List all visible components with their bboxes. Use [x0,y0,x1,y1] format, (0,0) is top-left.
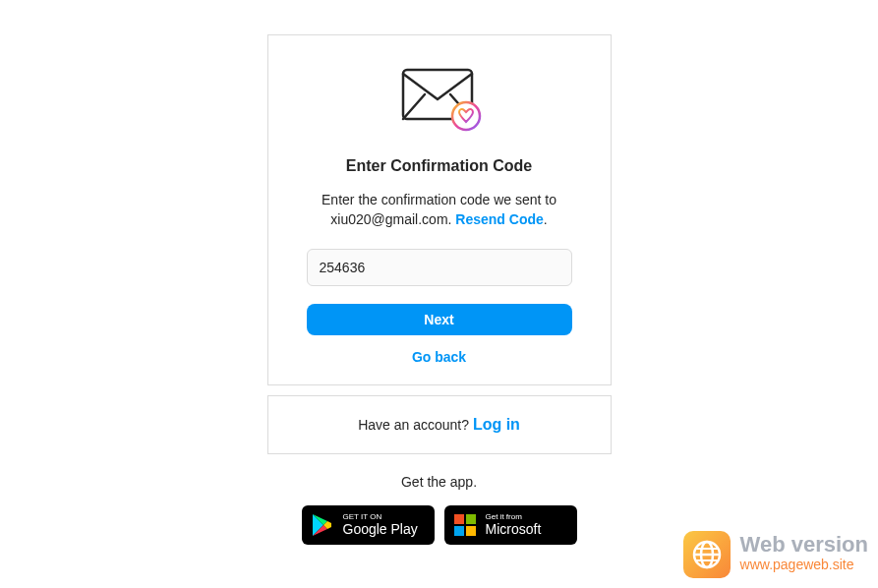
store-buttons-row: GET IT ON Google Play Get it from Micros… [302,505,577,545]
watermark-title: Web version [740,534,868,556]
watermark-globe-icon [683,531,731,578]
microsoft-store-button[interactable]: Get it from Microsoft [444,505,577,545]
microsoft-icon [454,514,476,536]
svg-rect-3 [466,514,476,524]
confirmation-code-input[interactable] [307,249,572,286]
description-text: Enter the confirmation code we sent to x… [308,191,571,229]
next-button[interactable]: Next [307,304,572,335]
resend-code-link[interactable]: Resend Code [455,211,543,227]
google-play-button[interactable]: GET IT ON Google Play [302,505,435,545]
google-play-icon [312,513,333,537]
login-link[interactable]: Log in [473,416,520,433]
watermark-url: www.pageweb.site [740,556,868,575]
google-small-text: GET IT ON [343,513,418,521]
page-title: Enter Confirmation Code [346,157,532,175]
watermark: Web version www.pageweb.site [683,531,868,578]
svg-rect-4 [454,526,464,536]
google-large-text: Google Play [343,521,418,538]
login-prompt: Have an account? [358,417,473,433]
period: . [544,211,548,227]
get-app-label: Get the app. [401,474,477,490]
envelope-heart-icon [395,65,484,138]
microsoft-large-text: Microsoft [486,521,542,538]
svg-rect-5 [466,526,476,536]
svg-point-1 [452,102,480,130]
login-card: Have an account? Log in [267,395,612,454]
microsoft-small-text: Get it from [486,513,542,521]
description-prefix: Enter the confirmation code we sent to [322,192,556,207]
svg-rect-2 [454,514,464,524]
confirmation-card: Enter Confirmation Code Enter the confir… [267,34,612,385]
go-back-link[interactable]: Go back [412,349,466,365]
email-text: xiu020@gmail.com [330,211,447,227]
